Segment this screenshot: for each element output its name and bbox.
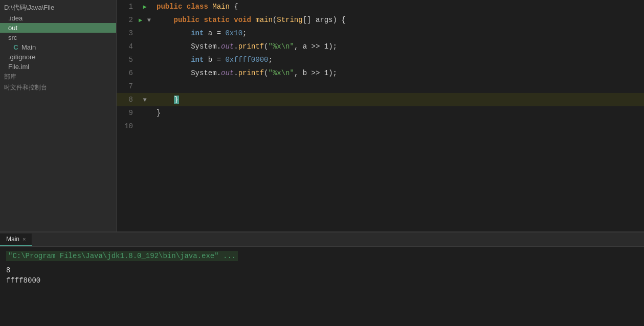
keyword: public: [174, 16, 204, 24]
sidebar-item-out[interactable]: out: [0, 23, 116, 33]
code-content: System.out.printf("%x\n", a >> 1);: [152, 40, 644, 53]
code-content: int b = 0xffff0000;: [152, 53, 644, 66]
run-arrow-icon[interactable]: ▶: [139, 17, 142, 24]
gutter-empty: [137, 66, 152, 80]
code-content: }: [152, 106, 644, 120]
table-row: 10: [117, 120, 644, 133]
code-content: public class Main {: [152, 0, 644, 13]
brace: {: [230, 3, 238, 11]
table-row: 2 ▶ ▼ public static void main(String[] a…: [117, 13, 644, 27]
var: a =: [208, 29, 226, 37]
hex-value: 0xffff0000: [225, 56, 268, 64]
system-class: System: [191, 42, 216, 51]
code-editor[interactable]: 1 ▶ public class Main { 2 ▶ ▼ public sta…: [117, 0, 644, 231]
gutter-empty: [137, 40, 152, 53]
sidebar-section-library: 部库: [0, 72, 116, 82]
line-number: 5: [117, 53, 137, 66]
console-command: "C:\Program Files\Java\jdk1.8.0_192\bin\…: [6, 251, 238, 261]
gutter-run-fold[interactable]: ▶ ▼: [137, 13, 152, 27]
run-arrow-icon[interactable]: ▶: [143, 4, 146, 11]
classname: Main: [212, 3, 230, 11]
sidebar-item-main[interactable]: CMain: [0, 42, 116, 52]
bottom-panel: Main × "C:\Program Files\Java\jdk1.8.0_1…: [0, 231, 644, 326]
code-content: }: [152, 93, 644, 106]
table-row: 1 ▶ public class Main {: [117, 0, 644, 13]
tab-label: Main: [6, 236, 19, 243]
printf-method: printf: [238, 69, 264, 77]
console-output: "C:\Program Files\Java\jdk1.8.0_192\bin\…: [0, 247, 644, 326]
table-row: 4 System.out.printf("%x\n", a >> 1);: [117, 40, 644, 53]
line-number: 4: [117, 40, 137, 53]
code-content: [152, 80, 644, 93]
class-icon: C: [12, 43, 19, 51]
hex-value: 0x10: [225, 29, 242, 37]
params: (: [273, 16, 277, 24]
sidebar: D:\代码\Java\File .idea out src CMain .git…: [0, 0, 117, 231]
table-row: 9 }: [117, 106, 644, 120]
params: [] args) {: [303, 16, 346, 24]
out-field: out: [221, 69, 234, 77]
keyword-int: int: [191, 56, 208, 64]
method-name: main: [255, 16, 273, 24]
keyword: public: [157, 3, 187, 11]
out-field: out: [221, 42, 234, 51]
keyword-int: int: [191, 29, 208, 37]
line-number: 3: [117, 27, 137, 40]
keyword: class: [187, 3, 212, 11]
line-number: 9: [117, 106, 137, 120]
line-number: 2: [117, 13, 137, 27]
tab-close-button[interactable]: ×: [23, 236, 26, 242]
table-row: 8 ▼ }: [117, 93, 644, 106]
printf-method: printf: [238, 42, 264, 51]
gutter-empty: [137, 106, 152, 120]
semicolon: ;: [268, 56, 272, 64]
semicolon: ;: [242, 29, 247, 37]
gutter-empty: [137, 27, 152, 40]
fold-icon[interactable]: ▼: [143, 97, 146, 104]
code-content: [152, 120, 644, 133]
sidebar-item-gitignore[interactable]: .gitignore: [0, 52, 116, 62]
sidebar-item-fileiml[interactable]: File.iml: [0, 62, 116, 72]
bottom-tab-bar: Main ×: [0, 232, 644, 247]
line-number: 8: [117, 93, 137, 106]
sidebar-footer: 时文件和控制台: [0, 82, 116, 93]
keyword: static: [204, 16, 234, 24]
system-class: System: [191, 69, 216, 77]
console-line: ffff8000: [6, 276, 638, 285]
table-row: 5 int b = 0xffff0000;: [117, 53, 644, 66]
var: b =: [208, 56, 226, 64]
closing-brace-highlight: }: [174, 96, 179, 104]
sidebar-root[interactable]: D:\代码\Java\File: [0, 2, 116, 13]
gutter-run[interactable]: ▶: [137, 0, 152, 13]
gutter-fold[interactable]: ▼: [137, 93, 152, 106]
table-row: 3 int a = 0x10;: [117, 27, 644, 40]
console-line: "C:\Program Files\Java\jdk1.8.0_192\bin\…: [6, 251, 638, 264]
classname: String: [277, 16, 302, 24]
code-table: 1 ▶ public class Main { 2 ▶ ▼ public sta…: [117, 0, 644, 133]
code-content: int a = 0x10;: [152, 27, 644, 40]
code-content: public static void main(String[] args) {: [152, 13, 644, 27]
line-number: 10: [117, 120, 137, 133]
line-number: 6: [117, 66, 137, 80]
console-line: 8: [6, 266, 638, 274]
table-row: 6 System.out.printf("%x\n", b >> 1);: [117, 66, 644, 80]
tab-main[interactable]: Main ×: [0, 234, 32, 246]
sidebar-item-idea[interactable]: .idea: [0, 13, 116, 23]
line-number: 1: [117, 0, 137, 13]
gutter-empty: [137, 53, 152, 66]
fold-icon[interactable]: ▼: [147, 17, 151, 24]
gutter-empty: [137, 120, 152, 133]
console-output-value: 8: [6, 266, 10, 274]
gutter-empty: [137, 80, 152, 93]
table-row: 7: [117, 80, 644, 93]
editor-area: 1 ▶ public class Main { 2 ▶ ▼ public sta…: [117, 0, 644, 231]
line-number: 7: [117, 80, 137, 93]
format-string: "%x\n": [269, 69, 294, 77]
sidebar-item-src[interactable]: src: [0, 33, 116, 42]
console-output-value: ffff8000: [6, 276, 40, 285]
code-content: System.out.printf("%x\n", b >> 1);: [152, 66, 644, 80]
keyword: void: [234, 16, 255, 24]
main-area: D:\代码\Java\File .idea out src CMain .git…: [0, 0, 644, 231]
format-string: "%x\n": [269, 42, 294, 51]
